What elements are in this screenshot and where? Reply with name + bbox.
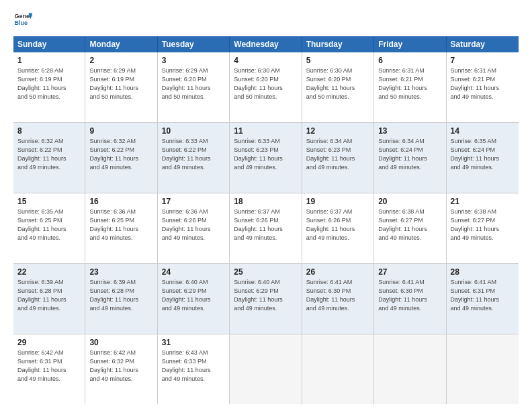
- calendar-week-1: 1Sunrise: 6:28 AMSunset: 6:19 PMDaylight…: [13, 52, 519, 123]
- day-info: Sunrise: 6:38 AMSunset: 6:27 PMDaylight:…: [451, 208, 500, 240]
- calendar-day-21: 21Sunrise: 6:38 AMSunset: 6:27 PMDayligh…: [447, 193, 519, 263]
- calendar-empty: [447, 334, 519, 404]
- day-header-sunday: Sunday: [13, 36, 85, 52]
- day-info: Sunrise: 6:32 AMSunset: 6:22 PMDaylight:…: [89, 138, 138, 170]
- calendar-day-9: 9Sunrise: 6:32 AMSunset: 6:22 PMDaylight…: [85, 123, 157, 193]
- day-number: 2: [89, 55, 152, 66]
- day-info: Sunrise: 6:43 AMSunset: 6:33 PMDaylight:…: [162, 349, 211, 381]
- calendar-week-2: 8Sunrise: 6:32 AMSunset: 6:22 PMDaylight…: [13, 123, 519, 193]
- day-info: Sunrise: 6:34 AMSunset: 6:24 PMDaylight:…: [378, 138, 427, 170]
- calendar-day-30: 30Sunrise: 6:42 AMSunset: 6:32 PMDayligh…: [85, 334, 157, 404]
- day-number: 18: [234, 196, 297, 207]
- calendar-day-5: 5Sunrise: 6:30 AMSunset: 6:20 PMDaylight…: [302, 52, 374, 122]
- day-number: 26: [306, 267, 369, 277]
- calendar-day-3: 3Sunrise: 6:29 AMSunset: 6:20 PMDaylight…: [158, 52, 230, 122]
- day-number: 25: [234, 267, 297, 277]
- day-info: Sunrise: 6:41 AMSunset: 6:30 PMDaylight:…: [306, 279, 355, 311]
- calendar-day-24: 24Sunrise: 6:40 AMSunset: 6:29 PMDayligh…: [158, 264, 230, 334]
- logo: General Blue: [13, 11, 35, 30]
- calendar-day-15: 15Sunrise: 6:35 AMSunset: 6:25 PMDayligh…: [13, 193, 85, 263]
- calendar-day-31: 31Sunrise: 6:43 AMSunset: 6:33 PMDayligh…: [158, 334, 230, 404]
- day-info: Sunrise: 6:33 AMSunset: 6:23 PMDaylight:…: [234, 138, 283, 170]
- day-number: 22: [17, 267, 81, 277]
- day-header-friday: Friday: [374, 36, 446, 52]
- day-number: 17: [162, 196, 225, 207]
- day-number: 13: [378, 126, 441, 136]
- calendar-day-25: 25Sunrise: 6:40 AMSunset: 6:29 PMDayligh…: [230, 264, 302, 334]
- day-info: Sunrise: 6:36 AMSunset: 6:25 PMDaylight:…: [89, 208, 138, 240]
- day-header-monday: Monday: [85, 36, 157, 52]
- day-info: Sunrise: 6:40 AMSunset: 6:29 PMDaylight:…: [234, 279, 283, 311]
- day-number: 24: [162, 267, 225, 277]
- calendar-day-29: 29Sunrise: 6:42 AMSunset: 6:31 PMDayligh…: [13, 334, 85, 404]
- day-header-saturday: Saturday: [447, 36, 519, 52]
- day-number: 1: [17, 55, 81, 66]
- calendar-day-13: 13Sunrise: 6:34 AMSunset: 6:24 PMDayligh…: [374, 123, 446, 193]
- day-info: Sunrise: 6:34 AMSunset: 6:23 PMDaylight:…: [306, 138, 355, 170]
- day-number: 10: [162, 126, 225, 136]
- day-info: Sunrise: 6:29 AMSunset: 6:19 PMDaylight:…: [89, 67, 138, 99]
- day-number: 12: [306, 126, 369, 136]
- day-number: 5: [306, 55, 369, 66]
- day-number: 28: [451, 267, 515, 277]
- header: General Blue: [13, 11, 519, 30]
- day-number: 20: [378, 196, 441, 207]
- page: General Blue SundayMondayTuesdayWednesda…: [0, 0, 532, 411]
- day-info: Sunrise: 6:39 AMSunset: 6:28 PMDaylight:…: [17, 279, 66, 311]
- calendar-day-17: 17Sunrise: 6:36 AMSunset: 6:26 PMDayligh…: [158, 193, 230, 263]
- day-number: 6: [378, 55, 441, 66]
- day-info: Sunrise: 6:33 AMSunset: 6:22 PMDaylight:…: [162, 138, 211, 170]
- calendar-day-10: 10Sunrise: 6:33 AMSunset: 6:22 PMDayligh…: [158, 123, 230, 193]
- day-number: 21: [451, 196, 515, 207]
- calendar-day-8: 8Sunrise: 6:32 AMSunset: 6:22 PMDaylight…: [13, 123, 85, 193]
- day-number: 23: [89, 267, 152, 277]
- calendar-day-14: 14Sunrise: 6:35 AMSunset: 6:24 PMDayligh…: [447, 123, 519, 193]
- day-number: 29: [17, 337, 81, 348]
- day-number: 9: [89, 126, 152, 136]
- calendar-day-19: 19Sunrise: 6:37 AMSunset: 6:26 PMDayligh…: [302, 193, 374, 263]
- day-info: Sunrise: 6:36 AMSunset: 6:26 PMDaylight:…: [162, 208, 211, 240]
- calendar-day-20: 20Sunrise: 6:38 AMSunset: 6:27 PMDayligh…: [374, 193, 446, 263]
- calendar-day-22: 22Sunrise: 6:39 AMSunset: 6:28 PMDayligh…: [13, 264, 85, 334]
- calendar-day-2: 2Sunrise: 6:29 AMSunset: 6:19 PMDaylight…: [85, 52, 157, 122]
- calendar: SundayMondayTuesdayWednesdayThursdayFrid…: [13, 36, 519, 404]
- day-number: 16: [89, 196, 152, 207]
- calendar-empty: [230, 334, 302, 404]
- calendar-empty: [374, 334, 446, 404]
- day-info: Sunrise: 6:35 AMSunset: 6:25 PMDaylight:…: [17, 208, 66, 240]
- calendar-day-16: 16Sunrise: 6:36 AMSunset: 6:25 PMDayligh…: [85, 193, 157, 263]
- day-number: 7: [451, 55, 515, 66]
- day-info: Sunrise: 6:37 AMSunset: 6:26 PMDaylight:…: [234, 208, 283, 240]
- calendar-body: 1Sunrise: 6:28 AMSunset: 6:19 PMDaylight…: [13, 52, 519, 404]
- day-number: 11: [234, 126, 297, 136]
- day-number: 19: [306, 196, 369, 207]
- calendar-day-12: 12Sunrise: 6:34 AMSunset: 6:23 PMDayligh…: [302, 123, 374, 193]
- day-number: 8: [17, 126, 81, 136]
- calendar-week-4: 22Sunrise: 6:39 AMSunset: 6:28 PMDayligh…: [13, 264, 519, 334]
- day-info: Sunrise: 6:31 AMSunset: 6:21 PMDaylight:…: [378, 67, 427, 99]
- calendar-day-6: 6Sunrise: 6:31 AMSunset: 6:21 PMDaylight…: [374, 52, 446, 122]
- calendar-day-1: 1Sunrise: 6:28 AMSunset: 6:19 PMDaylight…: [13, 52, 85, 122]
- day-number: 15: [17, 196, 81, 207]
- day-header-tuesday: Tuesday: [158, 36, 230, 52]
- day-info: Sunrise: 6:28 AMSunset: 6:19 PMDaylight:…: [17, 67, 66, 99]
- day-number: 4: [234, 55, 297, 66]
- calendar-day-28: 28Sunrise: 6:41 AMSunset: 6:31 PMDayligh…: [447, 264, 519, 334]
- day-number: 30: [89, 337, 152, 348]
- day-info: Sunrise: 6:40 AMSunset: 6:29 PMDaylight:…: [162, 279, 211, 311]
- day-header-wednesday: Wednesday: [230, 36, 302, 52]
- calendar-day-7: 7Sunrise: 6:31 AMSunset: 6:21 PMDaylight…: [447, 52, 519, 122]
- day-number: 3: [162, 55, 225, 66]
- day-info: Sunrise: 6:35 AMSunset: 6:24 PMDaylight:…: [451, 138, 500, 170]
- calendar-empty: [302, 334, 374, 404]
- day-info: Sunrise: 6:38 AMSunset: 6:27 PMDaylight:…: [378, 208, 427, 240]
- day-info: Sunrise: 6:42 AMSunset: 6:31 PMDaylight:…: [17, 349, 66, 381]
- calendar-day-23: 23Sunrise: 6:39 AMSunset: 6:28 PMDayligh…: [85, 264, 157, 334]
- day-info: Sunrise: 6:31 AMSunset: 6:21 PMDaylight:…: [451, 67, 500, 99]
- svg-text:Blue: Blue: [14, 19, 28, 26]
- calendar-day-4: 4Sunrise: 6:30 AMSunset: 6:20 PMDaylight…: [230, 52, 302, 122]
- day-info: Sunrise: 6:41 AMSunset: 6:31 PMDaylight:…: [451, 279, 500, 311]
- day-info: Sunrise: 6:30 AMSunset: 6:20 PMDaylight:…: [306, 67, 355, 99]
- day-info: Sunrise: 6:32 AMSunset: 6:22 PMDaylight:…: [17, 138, 66, 170]
- calendar-week-3: 15Sunrise: 6:35 AMSunset: 6:25 PMDayligh…: [13, 193, 519, 264]
